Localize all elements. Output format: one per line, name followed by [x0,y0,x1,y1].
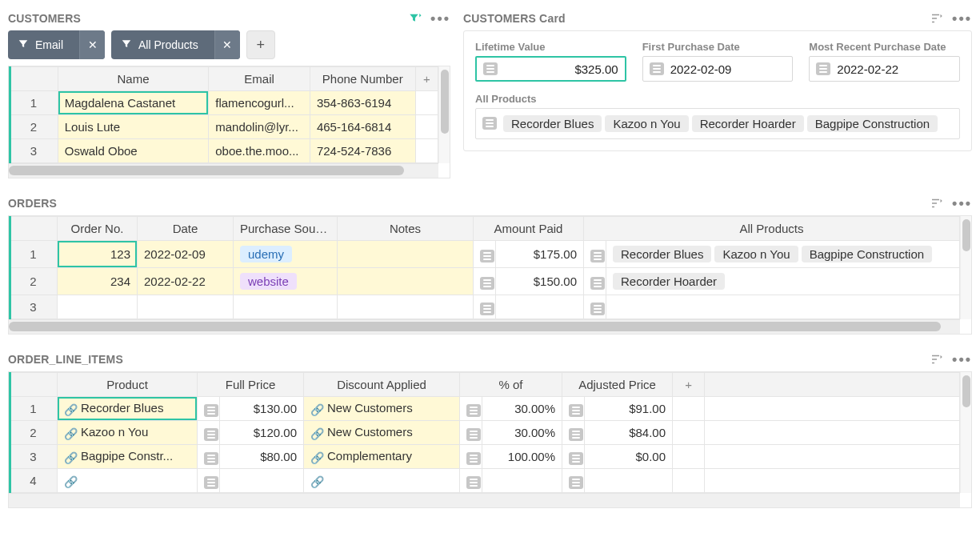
cell-product[interactable]: 🔗Recorder Blues [58,397,198,421]
add-filter-button[interactable]: + [246,30,275,59]
cell-products[interactable]: Recorder BluesKazoo n YouBagpipe Constru… [606,241,960,268]
filter-chip-email[interactable]: Email ✕ [8,30,105,59]
cell-source[interactable] [234,295,338,319]
cell-amount[interactable]: $175.00 [496,241,584,268]
filter-chip-close[interactable]: ✕ [79,30,105,59]
cell-blank[interactable] [705,469,960,493]
filter-sort-icon[interactable] [930,11,944,26]
cell-blank[interactable] [415,115,438,139]
col-adjprice[interactable]: Adjusted Price [562,373,673,397]
vertical-scrollbar[interactable] [960,372,971,493]
cell-fullprice[interactable]: $130.00 [220,397,304,421]
cell-adjprice[interactable]: $91.00 [585,397,673,421]
cell-adjprice[interactable]: $0.00 [585,445,673,469]
cell-discount[interactable]: 🔗 [304,469,460,493]
cell-adjprice[interactable] [585,469,673,493]
cell-icon-pct[interactable] [460,469,482,493]
cell-icon-pct[interactable] [460,397,482,421]
cell-icon-full[interactable] [198,397,220,421]
cell-icon-products[interactable] [584,268,606,295]
product-tag[interactable]: Recorder Hoarder [692,115,804,132]
cell-orderno[interactable]: 123 [58,241,138,268]
corner-cell[interactable] [10,217,58,241]
cell-icon-products[interactable] [584,295,606,319]
row-number[interactable]: 3 [10,445,58,469]
cell-name[interactable]: Oswald Oboe [58,139,208,163]
cell-orderno[interactable] [58,295,138,319]
product-tag[interactable]: Bagpipe Construction [802,246,932,262]
cell-email[interactable]: flamencogurl... [209,91,310,115]
row-number[interactable]: 2 [10,421,58,445]
cell-product[interactable]: 🔗Kazoo n You [58,421,198,445]
cell-icon-amount[interactable] [474,268,496,295]
cell-amount[interactable]: $150.00 [496,268,584,295]
cell-icon-full[interactable] [198,469,220,493]
cell-blank[interactable] [673,421,705,445]
row-number[interactable]: 1 [10,91,58,115]
recent-purchase-field[interactable]: 2022-02-22 [809,56,960,82]
cell-notes[interactable] [338,241,474,268]
cell-icon-full[interactable] [198,445,220,469]
cell-products[interactable] [606,295,960,319]
cell-icon-adj[interactable] [562,421,585,445]
cell-blank[interactable] [705,421,960,445]
filter-sort-icon[interactable] [930,352,944,367]
cell-blank[interactable] [673,469,705,493]
more-menu-icon[interactable]: ••• [430,11,450,26]
table-row[interactable]: 1🔗Recorder Blues$130.00🔗New Customers30.… [10,397,960,421]
cell-adjprice[interactable]: $84.00 [585,421,673,445]
table-row[interactable]: 2Louis Lutemandolin@lyr...465-164-6814 [10,115,438,139]
horizontal-scrollbar[interactable] [9,493,960,507]
corner-cell[interactable] [10,373,58,397]
table-row[interactable]: 1Magdalena Castanetflamencogurl...354-86… [10,91,438,115]
cell-phone[interactable]: 354-863-6194 [310,91,415,115]
cell-icon-full[interactable] [198,421,220,445]
customers-table[interactable]: Name Email Phone Number + 1Magdalena Cas… [9,66,438,163]
cell-source[interactable]: udemy [234,241,338,268]
product-tag[interactable]: Kazoo n You [605,115,688,132]
orders-table[interactable]: Order No. Date Purchase Source Notes Amo… [9,216,960,319]
col-discount[interactable]: Discount Applied [304,373,460,397]
col-fullprice[interactable]: Full Price [198,373,304,397]
col-email[interactable]: Email [209,67,310,91]
cell-date[interactable] [138,295,234,319]
product-tag[interactable]: Recorder Blues [613,246,711,262]
col-orderno[interactable]: Order No. [58,217,138,241]
product-tag[interactable]: Kazoo n You [714,246,798,262]
cell-blank[interactable] [673,397,705,421]
add-column-button[interactable]: + [415,67,438,91]
more-menu-icon[interactable]: ••• [952,11,972,26]
product-tag[interactable]: Bagpipe Construction [807,115,938,132]
product-tag[interactable]: Recorder Hoarder [613,273,725,290]
cell-pct[interactable]: 30.00% [482,421,562,445]
cell-blank[interactable] [705,397,960,421]
row-number[interactable]: 3 [10,139,58,163]
horizontal-scrollbar[interactable] [9,163,438,178]
table-row[interactable]: 3Oswald Oboeoboe.the.moo...724-524-7836 [10,139,438,163]
cell-date[interactable]: 2022-02-09 [138,241,234,268]
cell-fullprice[interactable] [220,469,304,493]
cell-amount[interactable] [496,295,584,319]
cell-icon-adj[interactable] [562,397,585,421]
cell-date[interactable]: 2022-02-22 [138,268,234,295]
cell-icon-amount[interactable] [474,295,496,319]
cell-phone[interactable]: 465-164-6814 [310,115,415,139]
cell-icon-amount[interactable] [474,241,496,268]
source-tag[interactable]: udemy [240,246,292,262]
cell-blank[interactable] [673,445,705,469]
cell-source[interactable]: website [234,268,338,295]
cell-orderno[interactable]: 234 [58,268,138,295]
row-number[interactable]: 4 [10,469,58,493]
cell-fullprice[interactable]: $120.00 [220,421,304,445]
table-row[interactable]: 22342022-02-22website$150.00Recorder Hoa… [10,268,960,295]
vertical-scrollbar[interactable] [438,66,450,163]
filter-sort-icon[interactable] [408,11,422,26]
all-products-field[interactable]: Recorder BluesKazoo n YouRecorder Hoarde… [475,108,960,139]
table-row[interactable]: 2🔗Kazoo n You$120.00🔗New Customers30.00%… [10,421,960,445]
row-number[interactable]: 2 [10,268,58,295]
row-number[interactable]: 2 [10,115,58,139]
cell-email[interactable]: mandolin@lyr... [209,115,310,139]
filter-chip-allproducts[interactable]: All Products ✕ [111,30,240,59]
cell-icon-pct[interactable] [460,421,482,445]
cell-discount[interactable]: 🔗New Customers [304,421,460,445]
